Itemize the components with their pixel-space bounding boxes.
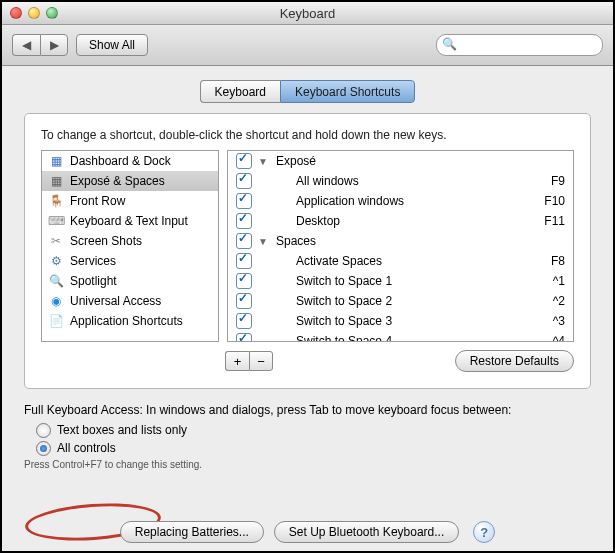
checkbox[interactable] — [236, 333, 252, 342]
category-row[interactable]: ⚙Services — [42, 251, 218, 271]
shortcut-key: ^3 — [537, 314, 565, 328]
fka-hint: Press Control+F7 to change this setting. — [24, 459, 591, 470]
list-controls: + − Restore Defaults — [41, 350, 574, 372]
shortcut-label: Switch to Space 3 — [274, 314, 531, 328]
category-label: Exposé & Spaces — [70, 174, 165, 188]
window-title: Keyboard — [2, 6, 613, 21]
restore-defaults-button[interactable]: Restore Defaults — [455, 350, 574, 372]
shortcut-row[interactable]: Switch to Space 2^2 — [228, 291, 573, 311]
category-label: Services — [70, 254, 116, 268]
checkbox[interactable] — [236, 213, 252, 229]
category-label: Universal Access — [70, 294, 161, 308]
forward-button[interactable]: ▶ — [40, 34, 68, 56]
checkbox[interactable] — [236, 313, 252, 329]
shortcut-row[interactable]: DesktopF11 — [228, 211, 573, 231]
radio-icon — [36, 423, 51, 438]
show-all-button[interactable]: Show All — [76, 34, 148, 56]
titlebar: Keyboard — [2, 2, 613, 25]
checkbox[interactable] — [236, 253, 252, 269]
window-controls — [10, 7, 58, 19]
category-row[interactable]: ▦Exposé & Spaces — [42, 171, 218, 191]
shortcut-row[interactable]: Application windowsF10 — [228, 191, 573, 211]
disclosure-triangle-icon: ▼ — [258, 236, 268, 247]
shortcut-label: Spaces — [274, 234, 531, 248]
fka-option-label: Text boxes and lists only — [57, 423, 187, 437]
category-row[interactable]: ✂Screen Shots — [42, 231, 218, 251]
checkbox[interactable] — [236, 153, 252, 169]
shortcut-list[interactable]: ▼ExposéAll windowsF9Application windowsF… — [227, 150, 574, 342]
shortcut-key: F11 — [537, 214, 565, 228]
bottom-button-row: Replacing Batteries... Set Up Bluetooth … — [2, 521, 613, 543]
checkbox[interactable] — [236, 193, 252, 209]
help-button[interactable]: ? — [473, 521, 495, 543]
frontrow-icon: 🪑 — [48, 193, 64, 209]
search-wrap: 🔍 — [436, 34, 603, 56]
category-row[interactable]: 📄Application Shortcuts — [42, 311, 218, 331]
remove-button[interactable]: − — [249, 351, 273, 371]
category-row[interactable]: ▦Dashboard & Dock — [42, 151, 218, 171]
close-icon[interactable] — [10, 7, 22, 19]
shortcut-key: F10 — [537, 194, 565, 208]
shortcut-key: ^2 — [537, 294, 565, 308]
shortcut-label: Switch to Space 2 — [274, 294, 531, 308]
category-label: Application Shortcuts — [70, 314, 183, 328]
keyboard-text-icon: ⌨ — [48, 213, 64, 229]
shortcut-row[interactable]: ▼Spaces — [228, 231, 573, 251]
expose-icon: ▦ — [48, 173, 64, 189]
universal-icon: ◉ — [48, 293, 64, 309]
shortcut-row[interactable]: ▼Exposé — [228, 151, 573, 171]
fka-option-allcontrols[interactable]: All controls — [36, 439, 591, 457]
add-remove-segment: + − — [225, 351, 273, 371]
shortcut-row[interactable]: Switch to Space 3^3 — [228, 311, 573, 331]
checkbox[interactable] — [236, 293, 252, 309]
tab-keyboard-shortcuts[interactable]: Keyboard Shortcuts — [280, 80, 415, 103]
category-row[interactable]: ◉Universal Access — [42, 291, 218, 311]
shortcut-row[interactable]: Activate SpacesF8 — [228, 251, 573, 271]
shortcut-row[interactable]: Switch to Space 4^4 — [228, 331, 573, 342]
category-row[interactable]: 🪑Front Row — [42, 191, 218, 211]
content-area: Keyboard Keyboard Shortcuts To change a … — [2, 66, 613, 553]
nav-segmented: ◀ ▶ — [12, 34, 68, 56]
tab-keyboard[interactable]: Keyboard — [200, 80, 280, 103]
add-button[interactable]: + — [225, 351, 249, 371]
shortcut-row[interactable]: Switch to Space 1^1 — [228, 271, 573, 291]
category-list[interactable]: ▦Dashboard & Dock▦Exposé & Spaces🪑Front … — [41, 150, 219, 342]
category-row[interactable]: 🔍Spotlight — [42, 271, 218, 291]
fka-option-label: All controls — [57, 441, 116, 455]
lists-container: ▦Dashboard & Dock▦Exposé & Spaces🪑Front … — [41, 150, 574, 342]
shortcut-key: F9 — [537, 174, 565, 188]
back-button[interactable]: ◀ — [12, 34, 40, 56]
shortcut-label: Application windows — [274, 194, 531, 208]
setup-bluetooth-button[interactable]: Set Up Bluetooth Keyboard... — [274, 521, 459, 543]
category-label: Keyboard & Text Input — [70, 214, 188, 228]
category-label: Spotlight — [70, 274, 117, 288]
disclosure-triangle-icon: ▼ — [258, 156, 268, 167]
toolbar: ◀ ▶ Show All 🔍 — [2, 25, 613, 66]
shortcut-label: Switch to Space 4 — [274, 334, 531, 342]
fka-option-textboxes[interactable]: Text boxes and lists only — [36, 421, 591, 439]
category-label: Dashboard & Dock — [70, 154, 171, 168]
checkbox[interactable] — [236, 273, 252, 289]
shortcut-label: Desktop — [274, 214, 531, 228]
dashboard-icon: ▦ — [48, 153, 64, 169]
zoom-icon[interactable] — [46, 7, 58, 19]
shortcut-label: Switch to Space 1 — [274, 274, 531, 288]
full-keyboard-access-label: Full Keyboard Access: In windows and dia… — [24, 403, 591, 417]
shortcuts-panel: To change a shortcut, double-click the s… — [24, 113, 591, 389]
category-label: Front Row — [70, 194, 125, 208]
checkbox[interactable] — [236, 233, 252, 249]
search-input[interactable] — [436, 34, 603, 56]
replacing-batteries-button[interactable]: Replacing Batteries... — [120, 521, 264, 543]
shortcut-label: Exposé — [274, 154, 531, 168]
instruction-text: To change a shortcut, double-click the s… — [41, 128, 574, 142]
tab-bar: Keyboard Keyboard Shortcuts — [24, 80, 591, 103]
shortcut-key: ^4 — [537, 334, 565, 342]
fka-radio-group: Text boxes and lists only All controls — [36, 421, 591, 457]
checkbox[interactable] — [236, 173, 252, 189]
category-row[interactable]: ⌨Keyboard & Text Input — [42, 211, 218, 231]
shortcut-key: F8 — [537, 254, 565, 268]
appshortcuts-icon: 📄 — [48, 313, 64, 329]
shortcut-key: ^1 — [537, 274, 565, 288]
shortcut-row[interactable]: All windowsF9 — [228, 171, 573, 191]
minimize-icon[interactable] — [28, 7, 40, 19]
